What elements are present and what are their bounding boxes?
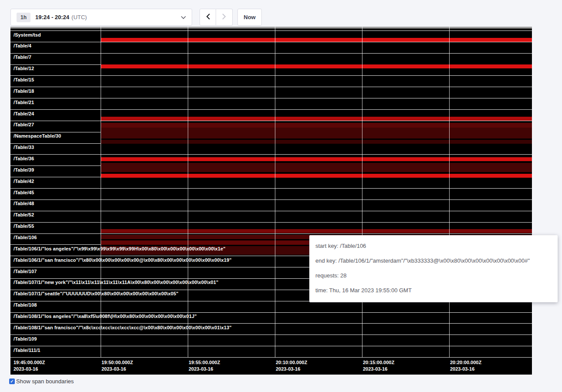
tooltip-start-key: start key: /Table/106 [315, 239, 552, 253]
time-range-selector[interactable]: 1h 19:24 - 20:24 (UTC) [10, 9, 192, 26]
time-axis-label: 20:10:00.000Z2023-03-16 [276, 359, 307, 372]
chevron-left-icon [206, 14, 210, 21]
previous-interval-button[interactable] [200, 9, 216, 26]
tooltip-end-key: end key: /Table/106/1/"amsterdam"/"\xb33… [315, 253, 552, 268]
chevron-right-icon [222, 14, 226, 21]
time-axis-label: 19:45:00.000Z2023-03-16 [14, 359, 45, 372]
show-span-boundaries-checkbox[interactable]: ✓ [9, 378, 15, 384]
time-axis-label: 20:15:00.000Z2023-03-16 [363, 359, 394, 372]
time-nav-group [200, 9, 233, 26]
time-axis-label: 19:55:00.000Z2023-03-16 [189, 359, 220, 372]
now-button[interactable]: Now [237, 9, 262, 26]
tooltip-time: time: Thu, 16 Mar 2023 19:55:00 GMT [315, 283, 552, 298]
timezone-text: (UTC) [71, 14, 87, 20]
span-tooltip: start key: /Table/106 end key: /Table/10… [309, 235, 558, 302]
time-range-text: 19:24 - 20:24 [35, 14, 69, 20]
check-icon: ✓ [10, 378, 14, 384]
chevron-down-icon [181, 16, 186, 19]
key-visualizer-canvas[interactable]: /System/tsd/Table/4/Table/7/Table/12/Tab… [10, 27, 532, 375]
time-axis-label: 19:50:00.000Z2023-03-16 [102, 359, 133, 372]
tooltip-requests: requests: 28 [315, 268, 552, 283]
next-interval-button[interactable] [216, 9, 233, 26]
time-axis: 19:45:00.000Z2023-03-1619:50:00.000Z2023… [10, 27, 532, 375]
time-axis-label: 20:20:00.000Z2023-03-16 [450, 359, 481, 372]
show-span-boundaries-label: Show span boundaries [16, 378, 74, 385]
footer-controls: ✓ Show span boundaries [9, 378, 74, 385]
duration-badge: 1h [17, 13, 30, 22]
